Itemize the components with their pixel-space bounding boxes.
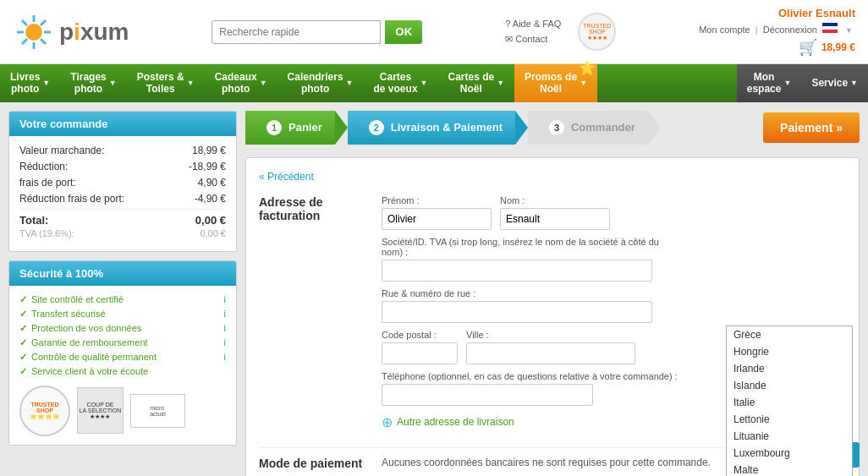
prev-link[interactable]: « Précédent: [259, 171, 314, 183]
paiement-button[interactable]: Paiement »: [763, 112, 860, 143]
info-icon[interactable]: i: [224, 323, 226, 333]
dropdown-item[interactable]: Islande: [727, 377, 852, 394]
info-icon[interactable]: i: [224, 337, 226, 347]
cart-amount: 18,99 €: [821, 41, 855, 53]
checkmark-icon: ✓: [19, 366, 27, 377]
order-value: 0,00 €: [200, 228, 226, 238]
security-content: ✓ Site contrôlé et certifié i ✓ Transfer…: [9, 286, 236, 445]
logo-text: pixum: [59, 19, 129, 46]
security-item-0: ✓ Site contrôlé et certifié i: [19, 294, 226, 305]
order-content: Valeur marchande: 18,99 € Réduction: -18…: [9, 136, 236, 251]
security-item-4: ✓ Contrôle de qualité permanent i: [19, 352, 226, 363]
checkmark-icon: ✓: [19, 294, 27, 305]
info-icon[interactable]: i: [224, 352, 226, 362]
step-label: Commander: [571, 121, 635, 134]
step-panier: 1 Panier: [245, 111, 335, 145]
nav-mon-espace[interactable]: Monespace ▼: [737, 64, 802, 102]
dropdown-item[interactable]: Hongrie: [727, 343, 852, 360]
mail-icon: ✉: [505, 34, 513, 44]
security-label: Transfert sécurisé: [31, 309, 106, 319]
arrow-icon: ▼: [346, 79, 354, 87]
cp-input[interactable]: [382, 342, 458, 364]
step-arrow-1: [335, 111, 348, 145]
dropdown-item[interactable]: Irlande: [727, 360, 852, 377]
ville-input[interactable]: [466, 342, 635, 364]
security-item-2: ✓ Protection de vos données i: [19, 323, 226, 334]
societe-label: Société/ID. TVA (si trop long, insérez l…: [382, 237, 669, 257]
cart-area[interactable]: 🛒 18,99 €: [799, 38, 855, 57]
rue-input[interactable]: [382, 301, 652, 323]
plus-icon: ⊕: [382, 414, 393, 430]
checkmark-icon: ✓: [19, 352, 27, 363]
cp-group: Code postal :: [382, 330, 458, 364]
ville-group: Ville :: [466, 330, 635, 364]
order-label: Valeur marchande:: [19, 145, 105, 156]
info-icon[interactable]: i: [224, 309, 226, 319]
order-value: -18,99 €: [189, 161, 226, 172]
dropdown-item[interactable]: Italie: [727, 394, 852, 411]
arrow-icon: ▼: [260, 79, 267, 87]
rue-label: Rue & numéro de rue :: [382, 288, 846, 298]
dropdown-list: Grèce Hongrie Irlande Islande Italie Let…: [727, 326, 852, 476]
search-input[interactable]: [212, 20, 381, 44]
navigation: Livresphoto ▼ Tiragesphoto ▼ Posters &To…: [0, 64, 868, 102]
nav-calendriers-photo[interactable]: Calendriersphoto ▼: [277, 64, 364, 102]
question-icon: ?: [505, 19, 510, 29]
trusted-shop-badge: TRUSTEDSHOP⭐⭐⭐⭐: [19, 386, 70, 436]
societe-input[interactable]: [382, 260, 652, 282]
order-value: 0,00 €: [195, 214, 226, 227]
dropdown-item[interactable]: Grèce: [727, 326, 852, 343]
arrow-icon: ▼: [42, 79, 50, 87]
svg-point-9: [27, 25, 41, 39]
nom-input[interactable]: [500, 208, 610, 230]
logout-link[interactable]: Déconnexion: [763, 25, 817, 35]
micro-badge: microactuel: [130, 394, 185, 428]
arrow-icon: ▼: [187, 79, 195, 87]
contact-link[interactable]: ✉ Contact: [505, 32, 561, 47]
cp-label: Code postal :: [382, 330, 458, 340]
dropdown-item[interactable]: Lituanie: [727, 428, 852, 445]
security-item-1: ✓ Transfert sécurisé i: [19, 309, 226, 320]
security-header: Sécurité à 100%: [9, 261, 236, 286]
svg-line-7: [41, 20, 46, 25]
faq-link[interactable]: ? Aide & FAQ: [505, 17, 561, 32]
spacer: [597, 64, 737, 102]
logo-sun-icon: [13, 11, 55, 53]
step-number: 3: [549, 120, 564, 135]
svg-line-6: [41, 39, 46, 44]
other-address-text: Autre adresse de livraison: [397, 416, 514, 428]
step-label: Livraison & Paiement: [391, 121, 503, 134]
sidebar: Votre commande Valeur marchande: 18,99 €…: [8, 111, 237, 476]
dropdown-item[interactable]: Malte: [727, 462, 852, 476]
svg-line-8: [22, 39, 27, 44]
search-button[interactable]: OK: [385, 20, 422, 44]
prenom-input[interactable]: [382, 208, 492, 230]
ville-label: Ville :: [466, 330, 635, 340]
nom-group: Nom :: [500, 195, 610, 230]
nav-promos-noel[interactable]: Promos deNoël ⭐ ▼: [514, 64, 597, 102]
tel-input[interactable]: [382, 384, 593, 406]
checkmark-icon: ✓: [19, 323, 27, 334]
account-link[interactable]: Mon compte: [699, 25, 750, 35]
security-label: Protection de vos données: [31, 323, 141, 333]
arrow-icon: ▼: [783, 79, 791, 87]
flag-icon: [822, 23, 838, 33]
nav-tirages-photo[interactable]: Tiragesphoto ▼: [60, 64, 126, 102]
billing-title: Adresse de facturation: [259, 195, 369, 222]
nav-service[interactable]: Service ▼: [801, 64, 868, 102]
svg-line-5: [22, 20, 27, 25]
info-icon[interactable]: i: [224, 294, 226, 304]
step-commander: 3 Commander: [528, 111, 648, 145]
dropdown-item[interactable]: Luxembourg: [727, 445, 852, 462]
dropdown-item[interactable]: Lettonie: [727, 411, 852, 428]
numeriques-badge: COUP DELA SÉLECTION★★★★: [77, 387, 124, 434]
arrow-icon: ▼: [109, 79, 117, 87]
prenom-label: Prénom :: [382, 195, 492, 205]
nav-cartes-voeux[interactable]: Cartesde voeux ▼: [364, 64, 438, 102]
country-dropdown[interactable]: Grèce Hongrie Irlande Islande Italie Let…: [726, 326, 853, 476]
nav-cadeaux-photo[interactable]: Cadeauxphoto ▼: [205, 64, 277, 102]
order-row-frais: frais de port: 4,90 €: [19, 177, 226, 189]
nav-livres-photo[interactable]: Livresphoto ▼: [0, 64, 60, 102]
nav-cartes-noel[interactable]: Cartes deNoël ▼: [437, 64, 514, 102]
nav-posters-toiles[interactable]: Posters &Toiles ▼: [127, 64, 205, 102]
